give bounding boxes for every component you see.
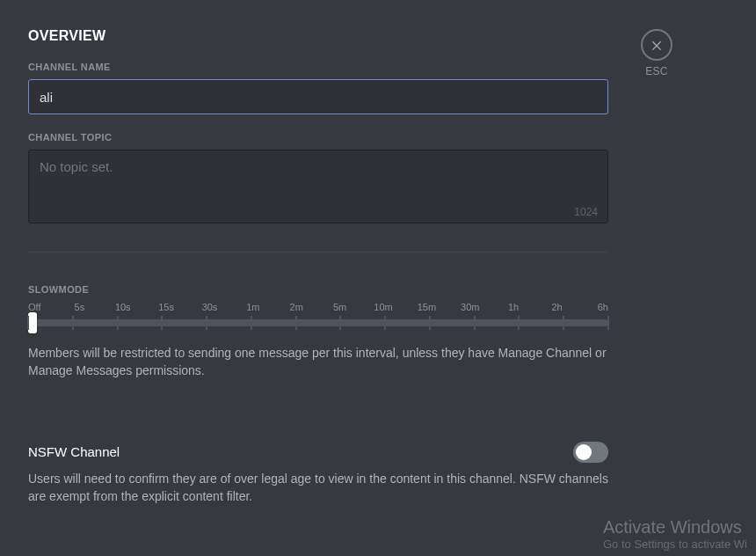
slowmode-label: SLOWMODE <box>28 284 608 295</box>
slowmode-tick-labels: Off5s10s15s30s1m2m5m10m15m30m1h2h6h <box>28 302 608 312</box>
slowmode-tick-label: 15m <box>415 302 438 312</box>
slowmode-tick <box>339 316 341 330</box>
slowmode-tick <box>384 316 386 330</box>
channel-topic-field: CHANNEL TOPIC 1024 <box>28 132 598 227</box>
channel-topic-input[interactable] <box>28 150 608 223</box>
nsfw-description: Users will need to confirm they are of o… <box>28 470 608 506</box>
slowmode-tick <box>161 316 163 330</box>
slowmode-tick <box>251 316 252 330</box>
slowmode-tick <box>295 316 297 330</box>
channel-name-input[interactable] <box>28 79 608 114</box>
nsfw-row: NSFW Channel <box>28 442 608 463</box>
close-label: ESC <box>641 65 672 77</box>
slowmode-tick <box>206 316 207 330</box>
slowmode-tick-label: Off <box>28 302 47 312</box>
slowmode-slider[interactable] <box>28 319 608 326</box>
slowmode-tick-label: 30s <box>199 302 222 312</box>
close-button[interactable] <box>641 29 672 61</box>
slowmode-tick-label: 30m <box>459 302 482 312</box>
channel-topic-label: CHANNEL TOPIC <box>28 132 598 143</box>
slowmode-description: Members will be restricted to sending on… <box>28 344 608 380</box>
slowmode-tick-label: 2m <box>285 302 308 312</box>
slowmode-tick <box>518 316 520 330</box>
page-title: OVERVIEW <box>28 28 598 44</box>
slowmode-tick <box>563 316 564 330</box>
slowmode-tick-label: 15s <box>155 302 178 312</box>
slowmode-tick <box>429 316 431 330</box>
channel-name-label: CHANNEL NAME <box>28 62 598 72</box>
close-icon <box>650 38 664 52</box>
slowmode-tick <box>474 316 476 330</box>
slowmode-tick-label: 10s <box>112 302 134 312</box>
close-area: ESC <box>641 29 672 77</box>
nsfw-toggle[interactable] <box>573 442 608 463</box>
slowmode-tick <box>117 316 119 330</box>
toggle-knob <box>576 444 592 460</box>
windows-watermark: Activate Windows Go to Settings to activ… <box>603 517 747 551</box>
slowmode-tick-label: 5s <box>68 302 91 312</box>
divider <box>28 252 608 252</box>
slowmode-tick <box>27 316 29 330</box>
slowmode-tick-label: 5m <box>329 302 352 312</box>
slowmode-tick <box>607 316 609 330</box>
slowmode-tick-label: 2h <box>546 302 569 312</box>
slowmode-section: SLOWMODE Off5s10s15s30s1m2m5m10m15m30m1h… <box>28 284 608 380</box>
char-count: 1024 <box>574 206 598 218</box>
slowmode-tick <box>72 316 74 330</box>
nsfw-title: NSFW Channel <box>28 444 120 459</box>
channel-name-field: CHANNEL NAME <box>28 62 598 114</box>
slowmode-slider-thumb[interactable] <box>28 312 37 333</box>
slowmode-tick-label: 6h <box>589 302 608 312</box>
slowmode-tick-label: 1m <box>242 302 265 312</box>
slowmode-tick-label: 10m <box>372 302 395 312</box>
slowmode-tick-label: 1h <box>502 302 525 312</box>
